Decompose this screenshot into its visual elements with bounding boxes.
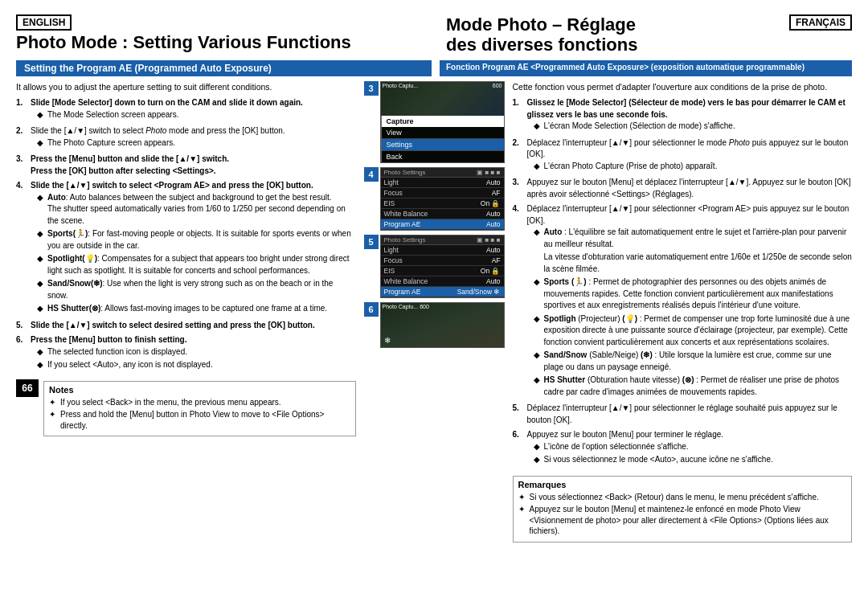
notes-box: Notes ✦ If you select <Back> in the menu… xyxy=(43,381,356,437)
main-content: It allows you to adjust the aperture set… xyxy=(16,81,852,604)
screen-4: Photo Settings ▣ ■ ■ ■ LightAuto FocusAF… xyxy=(380,167,505,231)
menu-back[interactable]: Back xyxy=(382,151,504,162)
main-title-en: Photo Mode : Setting Various Functions xyxy=(16,32,422,52)
menu-settings[interactable]: Settings xyxy=(382,139,504,151)
step-fr-num-4: 4. xyxy=(513,203,524,399)
step-fr-num-2: 2. xyxy=(513,137,524,174)
header: ENGLISH Photo Mode : Setting Various Fun… xyxy=(16,14,852,55)
cam-bg-6: Photo Captu... 600 ❄ xyxy=(381,303,504,347)
page-number: 66 xyxy=(16,379,39,397)
screen-5: Photo Settings ▣ ■ ■ ■ LightAuto FocusAF… xyxy=(380,235,505,298)
remarques-box: Remarques ✦ Si vous sélectionnez <Back> … xyxy=(513,476,853,542)
screen-num-4: 4 xyxy=(364,167,379,182)
cam-bg-3: Photo Captu... 600 xyxy=(381,82,504,116)
sub-bullet-auto: ◆ Auto: Auto balances between the subjec… xyxy=(37,192,356,227)
menu-overlay-3: Capture View Settings Back xyxy=(381,116,504,162)
menu-view[interactable]: View xyxy=(382,127,504,139)
step-num-1: 1. xyxy=(16,97,27,122)
lang-badge-en: ENGLISH xyxy=(16,14,72,31)
settings-light: LightAuto xyxy=(381,178,504,188)
screen-5-wrapper: 5 Photo Settings ▣ ■ ■ ■ LightAuto Focus… xyxy=(364,235,505,298)
main-title-fr: Mode Photo – Réglage des diverses foncti… xyxy=(446,14,637,55)
settings-pgm-ae-5: Program AESand/Snow ❄ xyxy=(381,287,504,297)
header-right: Mode Photo – Réglage des diverses foncti… xyxy=(422,14,852,55)
section-title-en: Setting the Program AE (Programmed Auto … xyxy=(16,60,432,76)
step-fr-content-3: Appuyez sur le bouton [Menu] et déplacez… xyxy=(527,177,853,200)
step-bullet-2: ◆ The Photo Capture screen appears. xyxy=(37,137,356,149)
settings-eis-5: EISOn 🔒 xyxy=(381,266,504,276)
screen-3: Photo Captu... 600 Capture View Settings… xyxy=(380,81,505,163)
menu-capture[interactable]: Capture xyxy=(382,116,504,127)
section-title-fr: Fonction Program AE <Programmed Auto Exp… xyxy=(440,60,852,76)
step-bullet-1: ◆ The Mode Selection screen appears. xyxy=(37,109,356,121)
step-fr-2: 2. Déplacez l'interrupteur [▲/▼] pour sé… xyxy=(513,137,853,174)
page: ENGLISH Photo Mode : Setting Various Fun… xyxy=(0,0,868,614)
fr-bullet-2: ◆ L'écran Photo Capture (Prise de photo)… xyxy=(534,161,853,173)
intro-en: It allows you to adjust the aperture set… xyxy=(16,81,356,93)
step-fr-4: 4. Déplacez l'interrupteur [▲/▼] pour sé… xyxy=(513,203,853,399)
step-fr-3: 3. Appuyez sur le bouton [Menu] et dépla… xyxy=(513,177,853,200)
step-fr-num-1: 1. xyxy=(513,97,524,134)
sub-bullet-spotlight: ◆ Spotlight(💡): Compensates for a subjec… xyxy=(37,253,356,276)
step-en-1: 1. Slide [Mode Selector] down to turn on… xyxy=(16,97,356,122)
settings-wb: White BalanceAuto xyxy=(381,209,504,219)
fr-bullet-sports: ◆ Sports (🏃) : Permet de photographier d… xyxy=(534,276,853,312)
settings-wb-5: White BalanceAuto xyxy=(381,276,504,287)
sub-bullet-auto2: ◆ If you select <Auto>, any icon is not … xyxy=(37,359,356,371)
cam-title-3: Photo Captu... xyxy=(383,83,419,88)
fr-bullet-auto2: La vitesse d'obturation varie automatiqu… xyxy=(534,252,853,275)
settings-focus-5: FocusAF xyxy=(381,256,504,266)
screen-3-wrapper: 3 Photo Captu... 600 Capture View Settin… xyxy=(364,81,505,163)
fr-bullet-auto: ◆ Auto : L'équilibre se fait automatique… xyxy=(534,227,853,250)
step-content-3: Press the [Menu] button and slide the [▲… xyxy=(31,154,356,177)
step-fr-content-2: Déplacez l'interrupteur [▲/▼] pour sélec… xyxy=(527,137,853,174)
step-fr-5: 5. Déplacez l'interrupteur [▲/▼] pour sé… xyxy=(513,403,853,426)
remarque-2: ✦ Appuyez sur le bouton [Menu] et mainte… xyxy=(518,504,847,537)
step-fr-1: 1. Glissez le [Mode Selector] (Sélecteur… xyxy=(513,97,853,134)
step-content-4: Slide the [▲/▼] switch to select <Progra… xyxy=(31,180,356,317)
step-content-5: Slide the [▲/▼] switch to select desired… xyxy=(31,320,356,332)
screen-num-5: 5 xyxy=(364,235,379,249)
cam-hud-3: 600 xyxy=(493,83,502,88)
step-fr-content-1: Glissez le [Mode Selector] (Sélecteur de… xyxy=(527,97,853,134)
step-content-1: Slide [Mode Selector] down to turn on th… xyxy=(31,97,356,122)
screen-6: Photo Captu... 600 ❄ xyxy=(380,302,505,348)
note-1: ✦ If you select <Back> in the menu, the … xyxy=(49,397,350,408)
steps-en: 1. Slide [Mode Selector] down to turn on… xyxy=(16,97,356,376)
step-fr-num-3: 3. xyxy=(513,177,524,200)
step-en-2: 2. Slide the [▲/▼] switch to select Phot… xyxy=(16,125,356,150)
col-screenshots: 3 Photo Captu... 600 Capture View Settin… xyxy=(364,81,505,604)
sub-bullet-sports: ◆ Sports(🏃): For fast-moving people or o… xyxy=(37,228,356,252)
settings-pgm-ae: Program AEAuto xyxy=(381,219,504,230)
cam-icon-6: ❄ xyxy=(384,336,391,345)
fr-bullet-spotlight: ◆ Spotligh (Projecteur) (💡) : Permet de … xyxy=(534,313,853,349)
settings-title-4: Photo Settings ▣ ■ ■ ■ xyxy=(381,168,504,178)
step-en-4: 4. Slide the [▲/▼] switch to select <Pro… xyxy=(16,180,356,317)
step-en-6: 6. Press the [Menu] button to finish set… xyxy=(16,334,356,373)
screen-num-6: 6 xyxy=(364,302,379,317)
step-num-3: 3. xyxy=(16,154,27,177)
step-num-2: 2. xyxy=(16,125,27,150)
cam-title-6: Photo Captu... 600 xyxy=(383,304,429,309)
fr-bullet-hs: ◆ HS Shutter (Obturation haute vitesse) … xyxy=(534,375,853,398)
lang-badge-fr: FRANÇAIS xyxy=(789,14,852,31)
settings-light-5: LightAuto xyxy=(381,245,504,256)
section-header: Setting the Program AE (Programmed Auto … xyxy=(16,60,852,76)
intro-fr: Cette fonction vous permet d'adapter l'o… xyxy=(513,81,853,93)
step-en-5: 5. Slide the [▲/▼] switch to select desi… xyxy=(16,320,356,332)
header-right-top: Mode Photo – Réglage des diverses foncti… xyxy=(446,14,852,55)
step-fr-content-4: Déplacez l'interrupteur [▲/▼] pour sélec… xyxy=(527,203,853,399)
sub-bullet-hs: ◆ HS Shutter(⊗): Allows fast-moving imag… xyxy=(37,303,356,315)
step-content-2: Slide the [▲/▼] switch to select Photo m… xyxy=(31,125,356,150)
step-fr-content-5: Déplacez l'interrupteur [▲/▼] pour sélec… xyxy=(527,403,853,426)
step-fr-num-5: 5. xyxy=(513,403,524,426)
screen-4-wrapper: 4 Photo Settings ▣ ■ ■ ■ LightAuto Focus… xyxy=(364,167,505,231)
step-num-6: 6. xyxy=(16,334,27,373)
step-num-4: 4. xyxy=(16,180,27,317)
sub-bullet-icon: ◆ The selected function icon is displaye… xyxy=(37,346,356,358)
col-french: Cette fonction vous permet d'adapter l'o… xyxy=(513,81,853,604)
settings-title-5: Photo Settings ▣ ■ ■ ■ xyxy=(381,235,504,245)
screen-num-3: 3 xyxy=(364,81,379,96)
screen-6-wrapper: 6 Photo Captu... 600 ❄ xyxy=(364,302,505,348)
note-2: ✦ Press and hold the [Menu] button in Ph… xyxy=(49,409,350,431)
